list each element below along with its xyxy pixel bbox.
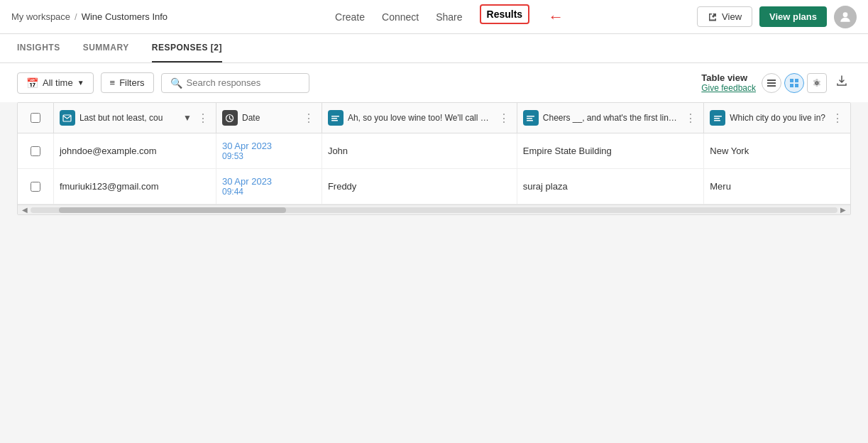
list-view-button[interactable] — [762, 73, 781, 93]
nav-create[interactable]: Create — [335, 9, 365, 26]
view-icons — [762, 73, 827, 93]
row-q2-1: suraj plaza — [517, 169, 703, 204]
row-q1-0: John — [322, 133, 517, 169]
all-time-button[interactable]: 📅 All time ▼ — [17, 72, 94, 94]
red-arrow-indicator: ← — [548, 8, 564, 26]
email-col-menu[interactable]: ⋮ — [196, 111, 210, 125]
date-col-menu[interactable]: ⋮ — [302, 111, 316, 125]
avatar-icon — [838, 10, 852, 24]
search-icon: 🔍 — [170, 77, 182, 89]
download-icon — [835, 75, 848, 87]
svg-point-0 — [843, 12, 848, 17]
scroll-left-arrow[interactable]: ◀ — [19, 206, 31, 214]
email-col-label: Last but not least, cou — [79, 113, 179, 123]
breadcrumb: My workspace / Wine Customers Info — [11, 11, 167, 22]
search-box: 🔍 — [161, 73, 309, 93]
settings-button[interactable] — [807, 73, 827, 93]
workspace-link[interactable]: My workspace — [11, 11, 70, 22]
grid-view-button[interactable] — [784, 73, 804, 93]
svg-rect-3 — [767, 85, 776, 87]
view-button[interactable]: View — [697, 6, 752, 27]
toolbar-right: Table view Give feedback — [701, 72, 851, 94]
scroll-track — [31, 207, 837, 213]
table-scroll-area[interactable]: Last but not least, cou ▼ ⋮ — [18, 103, 850, 204]
view-plans-button[interactable]: View plans — [759, 6, 827, 27]
tab-responses[interactable]: RESPONSES [2] — [152, 34, 222, 62]
svg-rect-7 — [795, 84, 798, 87]
nav-share[interactable]: Share — [436, 9, 462, 26]
form-title: Wine Customers Info — [82, 11, 167, 22]
row-q3-1: Meru — [704, 169, 850, 204]
list-icon — [767, 78, 776, 88]
filter-icon: ≡ — [110, 77, 116, 88]
top-nav: My workspace / Wine Customers Info Creat… — [0, 0, 868, 34]
download-button[interactable] — [833, 72, 851, 94]
q1-col-menu[interactable]: ⋮ — [497, 111, 511, 125]
results-with-arrow: Results ← — [480, 9, 530, 26]
th-q1: Ah, so you love wine too! We'll call you… — [322, 103, 517, 133]
select-all-checkbox[interactable] — [31, 113, 40, 123]
search-input[interactable] — [187, 77, 300, 88]
nav-results[interactable]: Results — [480, 4, 530, 24]
th-date: Date ⋮ — [216, 103, 322, 133]
grid-icon — [789, 78, 799, 88]
svg-rect-13 — [527, 116, 534, 117]
email-icon — [62, 114, 72, 123]
scroll-right-arrow[interactable]: ▶ — [837, 206, 849, 214]
row-q1-1: Freddy — [322, 169, 517, 204]
svg-rect-10 — [331, 116, 339, 117]
q3-col-label: Which city do you live in? — [730, 113, 826, 123]
svg-rect-11 — [331, 118, 337, 119]
external-link-icon — [708, 12, 718, 22]
row-checkbox-cell — [18, 133, 53, 169]
row-q3-0: New York — [704, 133, 850, 169]
svg-rect-4 — [790, 79, 793, 82]
row-q2-0: Empire State Building — [517, 133, 703, 169]
row-checkbox-0[interactable] — [31, 146, 40, 156]
q3-col-menu[interactable]: ⋮ — [830, 111, 845, 125]
q2-col-menu[interactable]: ⋮ — [683, 111, 698, 125]
th-q3: Which city do you live in? ⋮ — [704, 103, 850, 133]
svg-rect-14 — [527, 118, 532, 119]
svg-rect-15 — [527, 120, 533, 121]
row-email-0: johndoe@example.com — [53, 133, 216, 169]
secondary-nav: INSIGHTS SUMMARY RESPONSES [2] — [0, 34, 868, 63]
filters-label: Filters — [119, 77, 144, 88]
text-lines-icon-3 — [713, 114, 723, 123]
view-options-label: Table view Give feedback — [701, 72, 756, 93]
filters-button[interactable]: ≡ Filters — [101, 72, 154, 93]
svg-rect-5 — [795, 79, 798, 82]
svg-rect-6 — [790, 84, 793, 87]
svg-rect-12 — [331, 120, 338, 121]
scroll-thumb[interactable] — [59, 207, 286, 213]
text-lines-icon-2 — [526, 114, 535, 123]
chevron-down-icon: ▼ — [77, 79, 84, 87]
svg-rect-2 — [767, 82, 776, 84]
all-time-label: All time — [43, 77, 73, 88]
email-col-dropdown[interactable]: ▼ — [183, 113, 192, 123]
svg-rect-17 — [714, 118, 720, 119]
svg-rect-18 — [714, 120, 720, 121]
tab-summary[interactable]: SUMMARY — [83, 34, 129, 62]
q1-col-label: Ah, so you love wine too! We'll call you… — [348, 113, 493, 123]
table-row: fmuriuki123@gmail.com 30 Apr 2023 09:44 … — [18, 169, 850, 204]
th-email: Last but not least, cou ▼ ⋮ — [53, 103, 216, 133]
breadcrumb-separator: / — [75, 11, 77, 22]
give-feedback-link[interactable]: Give feedback — [701, 83, 756, 93]
view-label: View — [722, 11, 742, 22]
th-q2: Cheers __, and what's the first line of … — [517, 103, 703, 133]
user-avatar[interactable] — [834, 6, 857, 28]
row-checkbox-1[interactable] — [31, 182, 40, 192]
tab-insights[interactable]: INSIGHTS — [17, 34, 60, 62]
gear-icon — [812, 78, 822, 88]
nav-links: Create Connect Share Results ← — [335, 9, 529, 26]
nav-connect[interactable]: Connect — [382, 9, 419, 26]
row-date-1: 30 Apr 2023 09:44 — [216, 169, 322, 204]
date-col-label: Date — [242, 113, 297, 123]
table-view-text: Table view — [701, 72, 756, 83]
q1-col-icon — [328, 110, 344, 126]
horizontal-scrollbar[interactable]: ◀ ▶ — [18, 204, 850, 214]
text-lines-icon — [331, 114, 340, 123]
row-email-1: fmuriuki123@gmail.com — [53, 169, 216, 204]
email-col-icon — [60, 110, 75, 126]
